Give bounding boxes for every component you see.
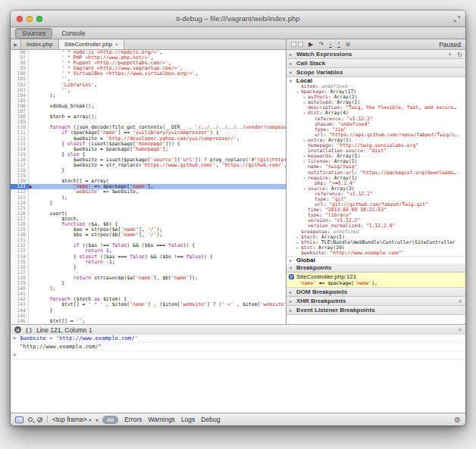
scope-variable[interactable]: type: "library" [287,213,465,218]
close-window-button[interactable] [17,16,23,22]
scope-variable[interactable]: ▸$this: TLE\Bundle\WebBundle\Controller\… [287,240,465,245]
scope-variable[interactable]: $item: undefined [287,84,465,89]
code-line[interactable]: 133 return 1; [11,248,286,254]
step-into-icon[interactable]: ↓ [329,41,332,48]
scope-variable[interactable]: ▸license: Array(1) [287,159,465,164]
step-over-icon[interactable]: ↷ [318,42,324,48]
code-text[interactable] [29,292,286,297]
code-line[interactable]: 115 } else { [11,152,286,157]
scope-variable[interactable]: ▸$txt: Array(29) [287,245,465,251]
minimize-window-button[interactable] [27,16,33,22]
code-text[interactable]: ' * VirtualBox <https://www.virtualbox.o… [29,71,286,76]
section-scope-variables[interactable]: ▾ Scope Variables [287,68,465,77]
section-dom-breakpoints[interactable]: ▸ DOM Breakpoints [287,288,465,297]
scope-variable[interactable]: name: "twig/twig" [287,164,465,170]
code-line[interactable]: 101 '', [11,76,286,82]
step-out-icon[interactable]: ↑ [337,41,340,48]
code-line[interactable]: 129 $as = strpos($a['name'], '/'); [11,227,286,232]
code-text[interactable] [29,98,286,104]
console-toggle-icon[interactable]: ›_ [15,416,23,423]
filter-dropdown-icon[interactable]: ▾ [96,417,98,422]
code-text[interactable]: } elseif (($as === false) && ($bs !== fa… [29,254,286,260]
code-text[interactable]: } else { [29,152,286,157]
code-text[interactable]: $tech, [29,217,286,222]
code-text[interactable] [29,120,286,125]
code-line[interactable]: 122 'website' => $website, [11,189,286,195]
scope-variable[interactable]: homepage: "http://twig.sensiolabs.org" [287,143,465,148]
code-text[interactable]: } [29,168,286,173]
scope-variable[interactable]: reference: "v1.12.2" [287,192,465,197]
resize-grip-icon[interactable]: ≡ [458,326,462,333]
breakpoint-checkbox[interactable]: ✓ [289,274,294,279]
code-text[interactable]: } [29,201,286,206]
panel-toggle-icons[interactable] [291,42,303,47]
code-text[interactable]: return strcasecmp($a['name'], $b['name']… [29,276,286,281]
code-text[interactable]: ' * node.js <http://nodejs.org/>', [29,50,286,55]
gear-icon[interactable]: ⚙ [454,416,461,424]
scope-variable[interactable]: notification-url: "https://packagist.org… [287,170,465,176]
scope-variable[interactable]: type: "git" [287,197,465,202]
code-line[interactable]: 143 $txt[] = ' * ' . $item['name'] . ($i… [11,302,286,307]
code-line[interactable]: 144 } [11,308,286,313]
code-text[interactable]: if ($package['name'] == 'yuilibrary/yuic… [29,130,286,136]
code-text[interactable]: 'website' => $website, [29,189,286,195]
code-text[interactable]: ' * PHP <http://www.php.net/>', [29,55,286,61]
scope-variable[interactable]: ▾require: Array(1) [287,176,465,181]
code-line[interactable]: 110 foreach (json_decode(file_get_conten… [11,125,286,130]
scope-variable[interactable]: version_normalized: "1.12.2.0" [287,223,465,229]
resume-icon[interactable]: ▶ [308,42,313,48]
code-text[interactable]: } [29,281,286,286]
code-line[interactable]: 134 } elseif (($as === false) && ($bs !=… [11,254,286,260]
scope-variable[interactable]: $response: undefined [287,229,465,235]
code-line[interactable]: 141 [11,292,286,297]
code-text[interactable]: foreach ($tech as $item) { [29,297,286,302]
scope-variable[interactable]: ▸authors: Array(2) [287,95,465,100]
scope-variable[interactable]: ▾$package: Array(17) [287,89,465,95]
tab-console[interactable]: Console [55,29,91,38]
code-text[interactable]: $website = str_replace('https://www.gith… [29,163,286,168]
code-text[interactable] [29,206,286,211]
code-text[interactable]: } [29,308,286,313]
code-line[interactable]: 111 if ($package['name'] == 'yuilibrary/… [11,130,286,136]
scope-variable[interactable]: php: ">=5.2.4" [287,181,465,186]
code-text[interactable]: return -1; [29,260,286,265]
code-text[interactable]: $tech[] = array( [29,179,286,184]
code-text[interactable]: $bs = strpos($b['name'], '/'); [29,232,286,238]
code-text[interactable]: ); [29,93,286,98]
deactivate-breakpoints-icon[interactable]: ⊘ [346,42,351,48]
code-line[interactable]: 104 ); [11,93,286,98]
code-line[interactable]: 117 $website = str_replace('https://www.… [11,163,286,168]
code-line[interactable]: 125 [11,206,286,211]
code-text[interactable]: 'name' => $package['name'], [29,184,286,189]
show-navigator-icon[interactable]: ▶ [11,39,21,49]
refresh-watch-icon[interactable]: ↻ [457,51,462,58]
code-line[interactable]: 126 usort( [11,211,286,217]
code-text[interactable]: '', [29,76,286,82]
filter-logs-button[interactable]: Logs [181,416,195,423]
section-event-listener-breakpoints[interactable]: ▸ Event Listener Breakpoints [287,306,465,315]
code-line[interactable]: 112 $website = 'http://developer.yahoo.c… [11,136,286,142]
tab-sources[interactable]: Sources [15,28,52,39]
scope-variable[interactable]: $website: "http://www.example.com/" [287,251,465,256]
code-text[interactable]: '', [29,88,286,93]
code-line[interactable]: 130 $bs = strpos($b['name'], '/'); [11,232,286,238]
section-xhr-breakpoints[interactable]: ▸ XHR Breakpoints + [287,297,465,306]
file-tab-index-php[interactable]: index.php [21,39,59,49]
console-input-line[interactable]: > $website = 'http://www.example.com/' [11,335,465,343]
code-text[interactable]: $txt[] = ' * ' . $item['name'] . ($item[… [29,302,286,307]
code-line[interactable]: 142 foreach ($tech as $item) { [11,297,286,302]
clear-console-icon[interactable] [37,417,42,422]
code-text[interactable]: $website = 'http://developer.yahoo.com/y… [29,136,286,142]
code-line[interactable]: 99 ' * Vagrant <http://www.vagrantup.com… [11,66,286,71]
console-drawer[interactable]: > $website = 'http://www.example.com/' "… [11,335,465,413]
code-line[interactable]: 100 ' * VirtualBox <https://www.virtualb… [11,71,286,76]
section-breakpoints[interactable]: ▾ Breakpoints [287,263,465,273]
code-text[interactable]: foreach (json_decode(file_get_contents(_… [29,125,286,130]
scope-variable[interactable]: ▸keywords: Array(1) [287,154,465,159]
filter-warnings-button[interactable]: Warnings [148,416,175,423]
frame-selector[interactable]: <top frame> ▾ [52,416,91,423]
code-text[interactable]: $as = strpos($a['name'], '/'); [29,227,286,232]
code-text[interactable]: ' * Puppet <http://puppetlabs.com/>', [29,61,286,66]
code-line[interactable]: 124 } [11,201,286,206]
code-line[interactable]: 131 [11,238,286,243]
